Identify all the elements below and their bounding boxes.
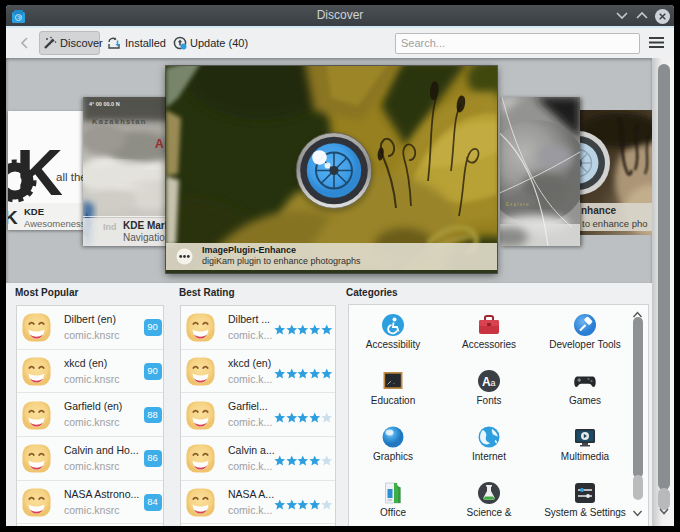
svg-text:ImagePlugin-Enhance: ImagePlugin-Enhance	[202, 245, 296, 255]
svg-text:a: a	[491, 378, 496, 388]
svg-text:KDE Marb: KDE Marb	[123, 220, 171, 231]
svg-text:Ind: Ind	[103, 222, 117, 232]
svg-text:digiKam plugin to enhance phot: digiKam plugin to enhance photographs	[202, 256, 361, 266]
svg-text:E x p l o r e: E x p l o r e	[506, 202, 529, 207]
svg-text:to enhance pho: to enhance pho	[582, 218, 648, 229]
svg-text:KDE: KDE	[24, 206, 44, 217]
svg-text:K: K	[8, 207, 18, 228]
svg-text:nhance: nhance	[581, 205, 616, 216]
svg-text:A: A	[155, 137, 164, 151]
svg-text:Awesomeness: Awesomeness	[24, 218, 86, 229]
svg-text:Navigatio: Navigatio	[123, 232, 165, 243]
svg-text:Kazakhstan: Kazakhstan	[92, 117, 147, 126]
svg-text:4° 00 00.0 N: 4° 00 00.0 N	[89, 101, 120, 107]
